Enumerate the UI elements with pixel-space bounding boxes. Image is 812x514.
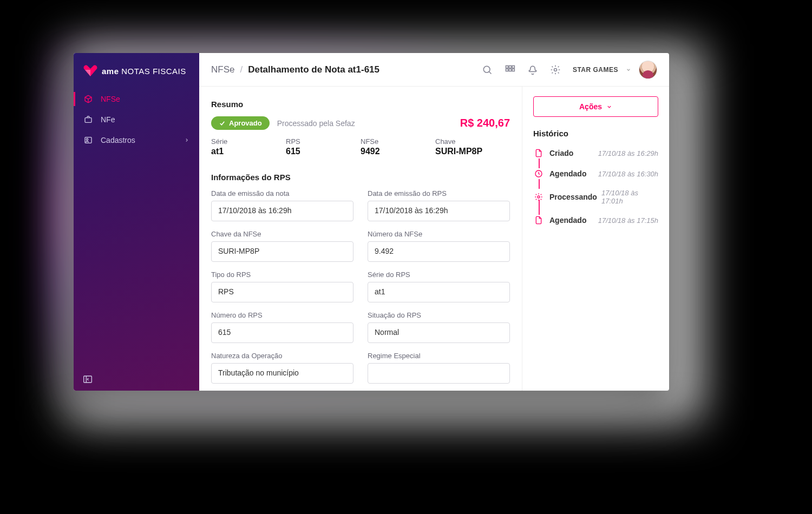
actions-button[interactable]: Ações bbox=[533, 96, 658, 117]
summary-nfse: NFSe 9492 bbox=[361, 137, 431, 156]
sidebar-item-nfe[interactable]: NFe bbox=[74, 109, 199, 130]
svg-rect-10 bbox=[512, 69, 514, 71]
field-serie-rps: Série do RPS at1 bbox=[368, 271, 510, 302]
input-data-emissao-rps[interactable]: 17/10/2018 às 16:29h bbox=[368, 201, 510, 221]
field-chave-nfse: Chave da NFSe SURI-MP8P bbox=[211, 230, 353, 262]
history-item-timestamp: 17/10/18 às 17:01h bbox=[601, 189, 658, 205]
file-icon bbox=[533, 148, 544, 159]
summary-rps: RPS 615 bbox=[286, 137, 356, 156]
summary-chave: Chave SURI-MP8P bbox=[435, 137, 510, 156]
breadcrumb-root[interactable]: NFSe bbox=[211, 64, 234, 75]
account-switcher[interactable]: STAR GAMES bbox=[573, 61, 657, 79]
history-list: Criado 17/10/18 às 16:29h Agendado 17/10… bbox=[533, 147, 658, 227]
apps-grid-icon[interactable] bbox=[505, 64, 515, 75]
input-serie-rps[interactable]: at1 bbox=[368, 282, 510, 302]
summary-serie: Série at1 bbox=[211, 137, 281, 156]
field-situacao-rps: Situação do RPS Normal bbox=[368, 311, 510, 343]
field-numero-rps: Número do RPS 615 bbox=[211, 311, 353, 343]
right-panel: Ações Histórico Criado 17/10/18 às 16 bbox=[522, 87, 669, 391]
history-item: Processando 17/10/18 às 17:01h bbox=[533, 188, 658, 206]
history-item-timestamp: 17/10/18 às 16:30h bbox=[598, 170, 658, 178]
field-numero-nfse: Número da NFSe 9.492 bbox=[368, 230, 510, 262]
history-item-label: Agendado bbox=[549, 216, 594, 225]
gear-icon[interactable] bbox=[550, 64, 561, 75]
svg-rect-7 bbox=[512, 65, 514, 68]
svg-rect-6 bbox=[509, 65, 511, 68]
actions-button-label: Ações bbox=[579, 102, 602, 111]
breadcrumb: NFSe / Detalhamento de Nota at1-615 bbox=[211, 64, 379, 75]
file-icon bbox=[533, 215, 544, 226]
chevron-down-icon bbox=[626, 67, 631, 73]
sidebar-nav: NFSe NFe Cadastros bbox=[74, 87, 199, 150]
svg-point-4 bbox=[483, 66, 490, 73]
svg-point-13 bbox=[538, 196, 540, 198]
gear-icon bbox=[533, 192, 544, 202]
rps-info-title: Informações do RPS bbox=[211, 173, 510, 182]
bell-icon[interactable] bbox=[527, 64, 538, 75]
status-note: Processado pela Sefaz bbox=[277, 119, 355, 128]
input-tipo-rps[interactable]: RPS bbox=[211, 282, 353, 302]
heart-icon bbox=[83, 65, 97, 77]
history-item: Agendado 17/10/18 às 16:30h bbox=[533, 167, 658, 180]
summary-status-row: Aprovado Processado pela Sefaz R$ 240,67 bbox=[211, 116, 510, 130]
input-natureza[interactable]: Tributação no município bbox=[211, 363, 353, 384]
summary-ids-row: Série at1 RPS 615 NFSe 9492 Chave bbox=[211, 137, 510, 156]
field-natureza: Natureza da Operação Tributação no munic… bbox=[211, 352, 353, 384]
status-badge-label: Aprovado bbox=[229, 119, 262, 127]
history-item-timestamp: 17/10/18 às 16:29h bbox=[598, 149, 658, 157]
content-scroll: Resumo Aprovado Processado pela Sefaz R$… bbox=[199, 87, 522, 391]
svg-rect-8 bbox=[506, 69, 508, 71]
sidebar-item-label: NFe bbox=[101, 115, 115, 124]
svg-point-11 bbox=[554, 68, 556, 71]
search-icon[interactable] bbox=[482, 64, 493, 75]
svg-rect-9 bbox=[509, 69, 511, 71]
clock-icon bbox=[533, 168, 544, 179]
amount-value: R$ 240,67 bbox=[460, 117, 510, 129]
check-icon bbox=[219, 120, 226, 127]
rps-info-form: Data de emissão da nota 17/10/2018 às 16… bbox=[211, 189, 510, 384]
app-title: ame NOTAS FISCAIS bbox=[102, 67, 186, 76]
collapse-sidebar-button[interactable] bbox=[83, 375, 92, 383]
history-item-label: Criado bbox=[549, 149, 594, 157]
sidebar-item-cadastros[interactable]: Cadastros bbox=[74, 130, 199, 150]
history-item: Criado 17/10/18 às 16:29h bbox=[533, 147, 658, 160]
history-item-label: Processando bbox=[549, 193, 597, 201]
cube-icon bbox=[83, 94, 93, 104]
input-numero-nfse[interactable]: 9.492 bbox=[368, 241, 510, 262]
summary-title: Resumo bbox=[211, 100, 510, 109]
svg-rect-0 bbox=[85, 118, 91, 123]
page-title: Detalhamento de Nota at1-615 bbox=[248, 64, 379, 75]
history-title: Histórico bbox=[533, 129, 658, 138]
input-numero-rps[interactable]: 615 bbox=[211, 322, 353, 343]
input-data-emissao-nota[interactable]: 17/10/2018 às 16:29h bbox=[211, 201, 353, 221]
breadcrumb-separator: / bbox=[240, 64, 243, 75]
sidebar-item-label: NFSe bbox=[101, 95, 120, 103]
app-logo: ame NOTAS FISCAIS bbox=[74, 53, 199, 87]
svg-rect-5 bbox=[506, 65, 508, 68]
input-chave-nfse[interactable]: SURI-MP8P bbox=[211, 241, 353, 262]
history-item-label: Agendado bbox=[549, 169, 594, 178]
field-tipo-rps: Tipo do RPS RPS bbox=[211, 271, 353, 302]
input-regime-especial[interactable] bbox=[368, 363, 510, 384]
chevron-down-icon bbox=[606, 104, 612, 110]
briefcase-icon bbox=[83, 115, 93, 124]
sidebar-item-label: Cadastros bbox=[101, 136, 135, 144]
id-card-icon bbox=[83, 135, 93, 145]
field-regime-especial: Regime Especial bbox=[368, 352, 510, 384]
app-window: ame NOTAS FISCAIS NFSe bbox=[74, 53, 669, 391]
history-item: Agendado 17/10/18 às 17:15h bbox=[533, 214, 658, 227]
sidebar-item-nfse[interactable]: NFSe bbox=[74, 89, 199, 109]
avatar bbox=[639, 61, 657, 79]
svg-point-2 bbox=[86, 139, 88, 140]
topbar: NFSe / Detalhamento de Nota at1-615 bbox=[199, 53, 669, 87]
field-data-emissao-rps: Data de emissão do RPS 17/10/2018 às 16:… bbox=[368, 189, 510, 221]
field-data-emissao-nota: Data de emissão da nota 17/10/2018 às 16… bbox=[211, 189, 353, 221]
sidebar: ame NOTAS FISCAIS NFSe bbox=[74, 53, 199, 391]
input-situacao-rps[interactable]: Normal bbox=[368, 322, 510, 343]
status-badge: Aprovado bbox=[211, 116, 270, 130]
main-area: NFSe / Detalhamento de Nota at1-615 bbox=[199, 53, 669, 391]
history-item-timestamp: 17/10/18 às 17:15h bbox=[598, 216, 658, 225]
account-name: STAR GAMES bbox=[573, 66, 618, 74]
chevron-right-icon bbox=[184, 137, 189, 143]
